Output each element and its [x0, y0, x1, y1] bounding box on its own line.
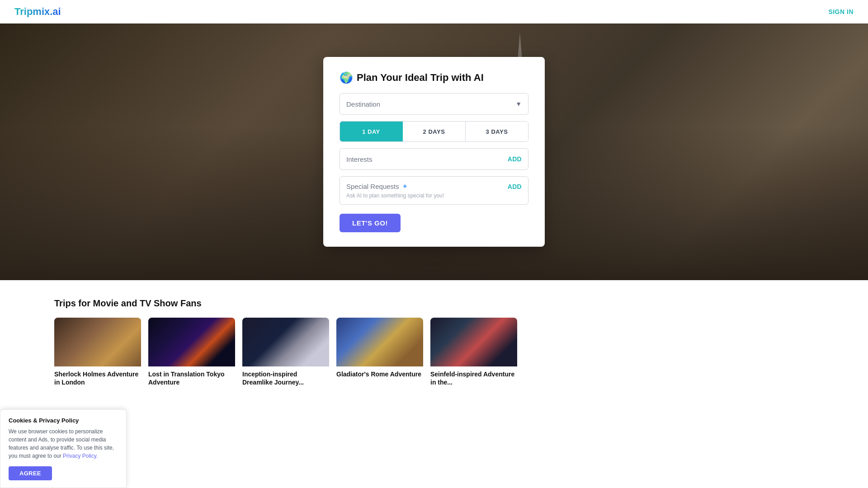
card-title-tokyo: Lost in Translation Tokyo Adventure: [148, 366, 235, 388]
trip-card-seinfeld[interactable]: Seinfeld-inspired Adventure in the...: [430, 318, 517, 388]
card-image-inception: [242, 318, 329, 366]
chevron-down-icon: ▼: [515, 100, 522, 108]
card-image-tokyo: [148, 318, 235, 366]
trip-card-tokyo[interactable]: Lost in Translation Tokyo Adventure: [148, 318, 235, 388]
special-label: Special Requests ✦: [346, 182, 408, 191]
modal-overlay: 🌍 Plan Your Ideal Trip with AI Destinati…: [0, 23, 868, 280]
special-header: Special Requests ✦ ADD: [346, 182, 522, 191]
logo[interactable]: Tripmix.ai: [14, 6, 61, 18]
card-image-seinfeld: [430, 318, 517, 366]
card-title-sherlock: Sherlock Holmes Adventure in London: [54, 366, 141, 388]
tab-2-days[interactable]: 2 DAYS: [403, 122, 466, 141]
globe-icon: 🌍: [340, 71, 353, 84]
modal-title-text: Plan Your Ideal Trip with AI: [357, 72, 484, 84]
trips-section: Trips for Movie and TV Show Fans Sherloc…: [0, 280, 868, 406]
sparkle-icon: ✦: [402, 182, 408, 191]
trips-cards-row: Sherlock Holmes Adventure in London Lost…: [54, 318, 814, 388]
lets-go-button[interactable]: LET'S GO!: [340, 214, 401, 232]
special-add-button[interactable]: ADD: [508, 183, 522, 190]
trip-card-sherlock[interactable]: Sherlock Holmes Adventure in London: [54, 318, 141, 388]
trip-card-rome[interactable]: Gladiator's Rome Adventure: [336, 318, 423, 388]
card-image-rome: [336, 318, 423, 366]
app-header: Tripmix.ai SIGN IN: [0, 0, 868, 23]
hero-section: 🌍 Plan Your Ideal Trip with AI Destinati…: [0, 23, 868, 280]
trip-card-inception[interactable]: Inception-inspired Dreamlike Journey...: [242, 318, 329, 388]
day-tabs: 1 DAY 2 DAYS 3 DAYS: [340, 121, 528, 142]
interests-add-button[interactable]: ADD: [508, 155, 522, 163]
destination-select[interactable]: Destination ▼: [340, 93, 528, 115]
interests-row: Interests ADD: [340, 148, 528, 170]
card-title-inception: Inception-inspired Dreamlike Journey...: [242, 366, 329, 388]
card-image-london: [54, 318, 141, 366]
trip-planner-modal: 🌍 Plan Your Ideal Trip with AI Destinati…: [323, 57, 545, 247]
tab-3-days[interactable]: 3 DAYS: [466, 122, 528, 141]
special-label-text: Special Requests: [346, 183, 399, 190]
interests-label: Interests: [346, 155, 373, 163]
card-title-seinfeld: Seinfeld-inspired Adventure in the...: [430, 366, 517, 388]
special-requests-section: Special Requests ✦ ADD Ask AI to plan so…: [340, 176, 528, 205]
destination-placeholder: Destination: [346, 100, 380, 108]
special-hint-text: Ask AI to plan something special for you…: [346, 192, 522, 199]
tab-1-day[interactable]: 1 DAY: [340, 122, 403, 141]
card-title-rome: Gladiator's Rome Adventure: [336, 366, 423, 380]
sign-in-button[interactable]: SIGN IN: [828, 8, 854, 15]
modal-title: 🌍 Plan Your Ideal Trip with AI: [340, 71, 528, 84]
trips-section-title: Trips for Movie and TV Show Fans: [54, 298, 814, 309]
